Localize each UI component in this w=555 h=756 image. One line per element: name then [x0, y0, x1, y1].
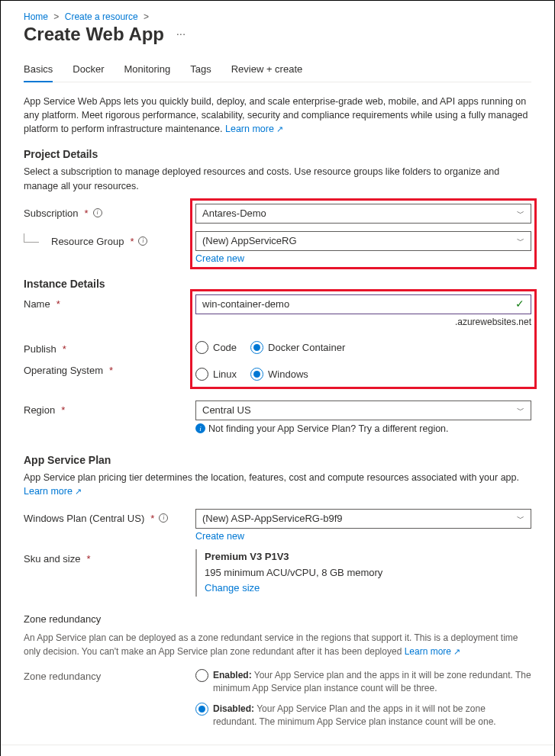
publish-label: Publish*	[24, 339, 195, 355]
tab-basics[interactable]: Basics	[24, 59, 53, 82]
os-label: Operating System*	[24, 361, 195, 376]
region-hint: Not finding your App Service Plan? Try a…	[195, 423, 531, 434]
breadcrumb-home[interactable]: Home	[24, 11, 48, 22]
sku-info: Premium V3 P1V3 195 minimum ACU/vCPU, 8 …	[195, 549, 531, 597]
windows-plan-label: Windows Plan (Central US)*	[24, 509, 195, 524]
zone-learn-more[interactable]: Learn more	[405, 646, 460, 657]
info-icon[interactable]	[138, 236, 147, 246]
breadcrumb-create-resource[interactable]: Create a resource	[65, 11, 138, 22]
resource-group-select[interactable]: (New) AppServiceRG ﹀	[195, 231, 531, 251]
footer: Review + create < Previous Next : Docker…	[1, 745, 554, 756]
instance-details-heading: Instance Details	[24, 278, 531, 290]
project-details-desc: Select a subscription to manage deployed…	[24, 165, 531, 192]
create-new-rg[interactable]: Create new	[195, 253, 244, 264]
info-icon[interactable]	[159, 513, 168, 523]
info-icon[interactable]	[93, 208, 102, 217]
create-new-plan[interactable]: Create new	[195, 531, 244, 542]
name-input[interactable]: win-container-demo ✓	[195, 294, 531, 314]
tab-tags[interactable]: Tags	[190, 59, 211, 82]
publish-docker-radio[interactable]: Docker Container	[250, 341, 345, 354]
info-icon	[195, 423, 205, 433]
tab-review[interactable]: Review + create	[231, 59, 303, 82]
intro-text: App Service Web Apps lets you quickly bu…	[24, 95, 531, 136]
more-icon[interactable]: ···	[176, 27, 186, 40]
subscription-label: Subscription*	[24, 204, 195, 219]
app-service-plan-heading: App Service Plan	[24, 454, 531, 466]
publish-code-radio[interactable]: Code	[195, 341, 237, 354]
chevron-down-icon: ﹀	[517, 236, 524, 246]
sku-label: Sku and size*	[24, 549, 195, 565]
zone-redundancy-heading: Zone redundancy	[24, 613, 531, 625]
os-linux-radio[interactable]: Linux	[195, 368, 237, 381]
page-title: Create Web App	[24, 24, 164, 45]
subscription-select[interactable]: Antares-Demo ﹀	[195, 204, 531, 224]
chevron-down-icon: ﹀	[517, 513, 524, 524]
region-label: Region*	[24, 401, 195, 416]
change-size[interactable]: Change size	[205, 582, 260, 594]
plan-learn-more[interactable]: Learn more	[24, 486, 82, 497]
project-details-heading: Project Details	[24, 148, 531, 160]
tab-monitoring[interactable]: Monitoring	[124, 59, 170, 82]
zone-disabled-radio[interactable]: Disabled: Your App Service Plan and the …	[195, 703, 531, 729]
chevron-down-icon: ﹀	[517, 208, 524, 219]
intro-learn-more[interactable]: Learn more	[225, 124, 283, 134]
zone-redundancy-desc: An App Service plan can be deployed as a…	[24, 631, 531, 658]
checkmark-icon: ✓	[515, 298, 524, 310]
tabs: Basics Docker Monitoring Tags Review + c…	[24, 59, 531, 82]
tab-docker[interactable]: Docker	[73, 59, 104, 82]
breadcrumb: Home > Create a resource >	[24, 11, 531, 22]
resource-group-label: Resource Group*	[24, 232, 195, 247]
domain-suffix: .azurewebsites.net	[195, 317, 531, 327]
zone-enabled-radio[interactable]: Enabled: Your App Service plan and the a…	[195, 669, 531, 695]
os-windows-radio[interactable]: Windows	[250, 368, 308, 381]
app-service-plan-desc: App Service plan pricing tier determines…	[24, 471, 531, 498]
zone-redundancy-label: Zone redundancy	[24, 668, 195, 684]
region-select[interactable]: Central US ﹀	[195, 401, 531, 420]
chevron-down-icon: ﹀	[517, 405, 524, 416]
name-label: Name*	[24, 294, 195, 310]
windows-plan-select[interactable]: (New) ASP-AppServiceRG-b9f9 ﹀	[195, 509, 531, 529]
